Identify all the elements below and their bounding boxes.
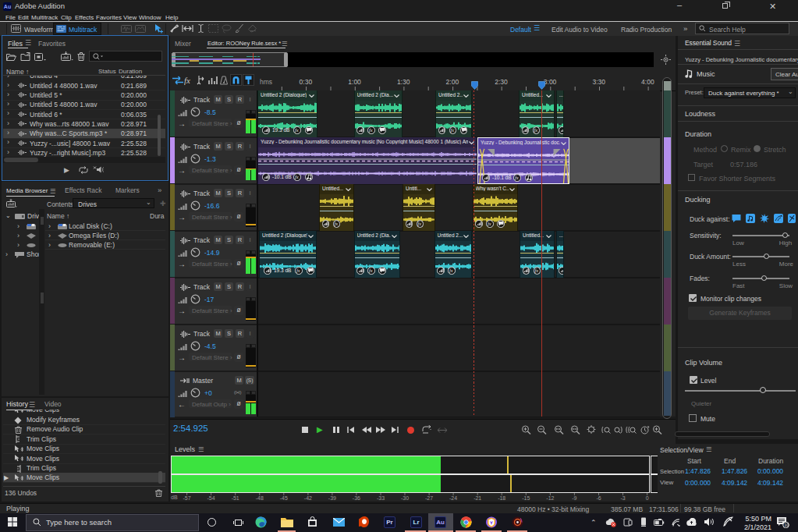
svg-text:10: 10 bbox=[784, 523, 789, 527]
svg-text:fx: fx bbox=[184, 76, 190, 85]
